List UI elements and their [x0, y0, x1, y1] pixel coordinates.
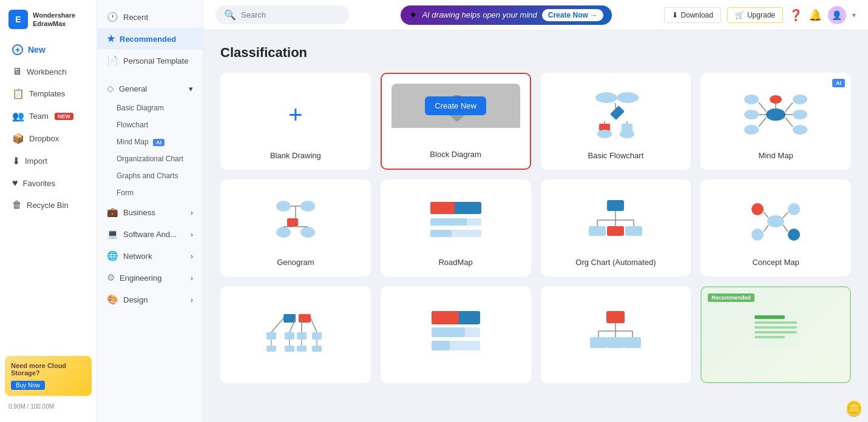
sidebar-item-dropbox[interactable]: 📦 Dropbox: [4, 128, 93, 149]
svg-point-13: [744, 95, 759, 104]
mid-section-business[interactable]: 💼 Business ›: [97, 201, 203, 223]
svg-point-17: [793, 110, 807, 119]
business-chevron-icon: ›: [191, 208, 193, 217]
mind-map-ai-badge: AI: [153, 139, 164, 146]
svg-point-29: [300, 201, 315, 212]
mid-sub-form[interactable]: Form: [97, 184, 203, 201]
svg-point-3: [617, 92, 639, 103]
block-diagram-icon-area: Create New: [392, 84, 520, 145]
design-chevron-icon: ›: [191, 295, 193, 304]
mindmap-icon-area: [710, 82, 841, 146]
sidebar-item-favorites[interactable]: ♥ Favorites: [4, 173, 93, 193]
sidebar-item-import[interactable]: ⬇ Import: [4, 150, 93, 172]
svg-rect-95: [624, 337, 641, 348]
mid-section-software[interactable]: 💻 Software And... ›: [97, 223, 203, 245]
notification-icon[interactable]: 🔔: [809, 8, 822, 22]
genogram-icon-area: [230, 189, 361, 253]
svg-point-57: [751, 229, 764, 241]
template-card-genogram[interactable]: Genogram: [220, 179, 371, 276]
avatar-chevron-icon[interactable]: ▾: [852, 11, 856, 19]
promo-title: Need more Cloud Storage?: [11, 362, 86, 377]
mid-item-recent[interactable]: 🕐 Recent: [97, 6, 203, 28]
ai-banner[interactable]: ✦ AI drawing helps open your mind Create…: [401, 5, 612, 25]
sidebar-item-team[interactable]: 👥 Team NEW: [4, 106, 93, 127]
page-title: Classification: [220, 45, 851, 61]
buy-now-button[interactable]: Buy Now: [11, 381, 45, 390]
svg-point-16: [793, 95, 807, 104]
mid-section-engineering[interactable]: ⚙ Engineering ›: [97, 267, 203, 289]
template-card-row3-1[interactable]: [220, 286, 371, 383]
svg-rect-72: [312, 332, 322, 340]
download-icon: ⬇: [672, 11, 678, 19]
sidebar-item-workbench[interactable]: 🖥 Workbench: [4, 61, 93, 82]
create-new-button[interactable]: Create New: [425, 96, 486, 115]
svg-point-25: [766, 109, 785, 121]
create-now-button[interactable]: Create Now →: [542, 9, 603, 21]
mid-section-general[interactable]: ◇ General ▾: [97, 78, 203, 99]
mid-item-recommended[interactable]: ★ Recommended: [97, 28, 203, 50]
row3-2-icon-area: [390, 296, 521, 369]
svg-rect-87: [606, 311, 625, 323]
download-button[interactable]: ⬇ Download: [664, 7, 721, 23]
concept-map-label: Concept Map: [752, 258, 799, 267]
concept-svg: [745, 197, 806, 246]
middle-panel: 🕐 Recent ★ Recommended 📄 Personal Templa…: [97, 0, 203, 422]
topbar-right: ⬇ Download 🛒 Upgrade ❓ 🔔 👤 ▾: [664, 6, 856, 24]
recommended-icon-area: [711, 297, 840, 367]
template-card-concept-map[interactable]: Concept Map: [700, 179, 851, 276]
svg-point-56: [788, 203, 800, 215]
svg-rect-53: [625, 226, 642, 236]
template-card-row3-2[interactable]: [381, 286, 531, 383]
topbar: 🔍 ✦ AI drawing helps open your mind Crea…: [203, 0, 868, 30]
recommended-icon: ★: [107, 33, 115, 44]
template-card-org-chart[interactable]: Org Chart (Automated): [541, 179, 691, 276]
svg-line-68: [311, 318, 317, 332]
mid-item-personal-template[interactable]: 📄 Personal Template: [97, 50, 203, 72]
row3-1-svg: [265, 308, 326, 357]
personal-template-icon: 📄: [107, 55, 118, 66]
storage-indicator: 0.90M / 100.00M: [0, 401, 97, 415]
svg-rect-100: [754, 331, 797, 333]
mid-section-network[interactable]: 🌐 Network ›: [97, 245, 203, 267]
basic-flowchart-label: Basic Flowchart: [588, 151, 644, 160]
search-box[interactable]: 🔍: [215, 5, 349, 24]
sidebar-item-templates[interactable]: 📋 Templates: [4, 83, 93, 104]
svg-rect-78: [285, 346, 294, 352]
orgchart-icon-area: [551, 189, 682, 253]
mid-sub-org-chart[interactable]: Organizational Chart: [97, 150, 203, 167]
org-chart-label: Org Chart (Automated): [575, 258, 656, 267]
template-card-basic-flowchart[interactable]: Basic Flowchart: [541, 73, 691, 170]
software-icon: 💻: [107, 229, 118, 239]
help-icon[interactable]: ❓: [789, 8, 802, 22]
template-card-blank-drawing[interactable]: + Blank Drawing: [220, 73, 371, 170]
sidebar-item-recycle[interactable]: 🗑 Recycle Bin: [4, 195, 93, 215]
template-card-roadmap[interactable]: RoadMap: [381, 179, 531, 276]
app-logo: E Wondershare EdrawMax: [0, 7, 97, 39]
template-card-row3-3[interactable]: [541, 286, 691, 383]
content-area: Classification + Blank Drawing: [203, 30, 868, 422]
mid-sub-mind-map[interactable]: Mind Map AI: [97, 133, 203, 150]
mid-sub-flowchart[interactable]: Flowchart: [97, 116, 203, 133]
new-button[interactable]: + New: [4, 39, 93, 60]
general-icon: ◇: [107, 83, 114, 94]
template-card-recommended[interactable]: Recommended: [700, 286, 851, 383]
svg-rect-97: [754, 315, 785, 319]
concept-icon-area: [710, 189, 841, 253]
mid-sub-basic-diagram[interactable]: Basic Diagram: [97, 99, 203, 116]
software-chevron-icon: ›: [191, 230, 193, 239]
user-avatar[interactable]: 👤: [828, 6, 846, 24]
template-card-mind-map[interactable]: AI: [700, 73, 851, 170]
logo-icon: E: [8, 10, 28, 29]
search-icon: 🔍: [224, 9, 236, 21]
recommended-badge: Recommended: [708, 293, 754, 302]
row3-1-icon-area: [230, 296, 361, 369]
upgrade-button[interactable]: 🛒 Upgrade: [727, 7, 783, 23]
block-diagram-label: Block Diagram: [430, 150, 481, 159]
template-card-block-diagram[interactable]: Create New Block Diagram: [381, 73, 531, 170]
search-input[interactable]: [241, 10, 338, 19]
svg-rect-98: [754, 321, 797, 324]
mid-sub-graphs-charts[interactable]: Graphs and Charts: [97, 167, 203, 184]
svg-point-2: [595, 92, 617, 103]
mid-section-design[interactable]: 🎨 Design ›: [97, 289, 203, 310]
cloud-promo-banner: Need more Cloud Storage? Buy Now 🪙: [5, 356, 92, 396]
